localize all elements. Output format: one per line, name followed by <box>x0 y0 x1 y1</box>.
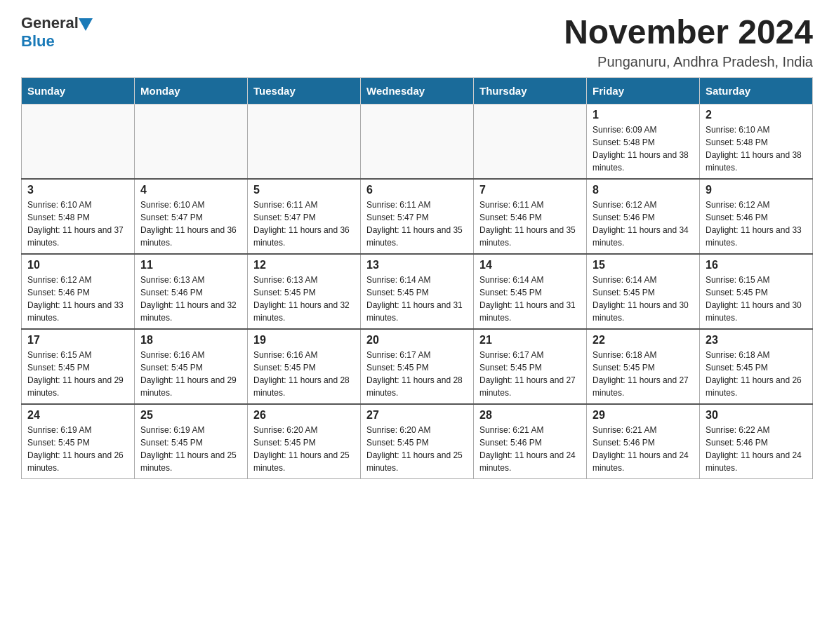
calendar-cell: 9Sunrise: 6:12 AM Sunset: 5:46 PM Daylig… <box>700 179 813 254</box>
calendar-cell: 30Sunrise: 6:22 AM Sunset: 5:46 PM Dayli… <box>700 404 813 479</box>
day-number: 3 <box>27 184 128 196</box>
day-number: 11 <box>140 259 241 271</box>
calendar-cell: 7Sunrise: 6:11 AM Sunset: 5:46 PM Daylig… <box>474 179 587 254</box>
day-info: Sunrise: 6:12 AM Sunset: 5:46 PM Dayligh… <box>593 199 694 249</box>
day-info: Sunrise: 6:14 AM Sunset: 5:45 PM Dayligh… <box>593 274 694 324</box>
day-info: Sunrise: 6:17 AM Sunset: 5:45 PM Dayligh… <box>479 349 581 399</box>
day-info: Sunrise: 6:19 AM Sunset: 5:45 PM Dayligh… <box>27 424 128 474</box>
day-info: Sunrise: 6:21 AM Sunset: 5:46 PM Dayligh… <box>479 424 581 474</box>
day-info: Sunrise: 6:18 AM Sunset: 5:45 PM Dayligh… <box>706 349 807 399</box>
calendar-cell: 1Sunrise: 6:09 AM Sunset: 5:48 PM Daylig… <box>587 104 700 179</box>
day-info: Sunrise: 6:09 AM Sunset: 5:48 PM Dayligh… <box>593 123 694 174</box>
calendar-header-wednesday: Wednesday <box>361 77 474 104</box>
day-number: 5 <box>253 184 355 196</box>
day-number: 29 <box>593 409 694 422</box>
day-number: 13 <box>366 259 468 271</box>
day-number: 10 <box>27 259 128 271</box>
calendar-cell <box>248 104 361 179</box>
day-info: Sunrise: 6:14 AM Sunset: 5:45 PM Dayligh… <box>366 274 468 324</box>
calendar-week-row: 17Sunrise: 6:15 AM Sunset: 5:45 PM Dayli… <box>22 329 813 404</box>
day-info: Sunrise: 6:11 AM Sunset: 5:47 PM Dayligh… <box>253 199 355 249</box>
day-info: Sunrise: 6:12 AM Sunset: 5:46 PM Dayligh… <box>27 274 128 324</box>
day-number: 16 <box>706 259 807 271</box>
calendar-cell <box>22 104 135 179</box>
day-number: 18 <box>140 334 241 347</box>
day-info: Sunrise: 6:22 AM Sunset: 5:46 PM Dayligh… <box>706 424 807 474</box>
logo: General Blue <box>21 14 93 51</box>
calendar-cell: 20Sunrise: 6:17 AM Sunset: 5:45 PM Dayli… <box>361 329 474 404</box>
day-info: Sunrise: 6:12 AM Sunset: 5:46 PM Dayligh… <box>706 199 807 249</box>
day-number: 12 <box>253 259 355 271</box>
day-number: 15 <box>593 259 694 271</box>
day-number: 20 <box>366 334 468 347</box>
calendar-cell: 13Sunrise: 6:14 AM Sunset: 5:45 PM Dayli… <box>361 254 474 329</box>
calendar-header-thursday: Thursday <box>474 77 587 104</box>
day-info: Sunrise: 6:17 AM Sunset: 5:45 PM Dayligh… <box>366 349 468 399</box>
calendar-week-row: 1Sunrise: 6:09 AM Sunset: 5:48 PM Daylig… <box>22 104 813 179</box>
day-info: Sunrise: 6:13 AM Sunset: 5:46 PM Dayligh… <box>140 274 241 324</box>
day-info: Sunrise: 6:20 AM Sunset: 5:45 PM Dayligh… <box>253 424 355 474</box>
day-number: 22 <box>593 334 694 347</box>
calendar-cell: 23Sunrise: 6:18 AM Sunset: 5:45 PM Dayli… <box>700 329 813 404</box>
day-number: 24 <box>27 409 128 422</box>
calendar-cell: 11Sunrise: 6:13 AM Sunset: 5:46 PM Dayli… <box>135 254 248 329</box>
calendar-cell: 3Sunrise: 6:10 AM Sunset: 5:48 PM Daylig… <box>22 179 135 254</box>
calendar-header-row: SundayMondayTuesdayWednesdayThursdayFrid… <box>22 77 813 104</box>
day-number: 25 <box>140 409 241 422</box>
calendar-cell: 21Sunrise: 6:17 AM Sunset: 5:45 PM Dayli… <box>474 329 587 404</box>
day-number: 7 <box>479 184 581 196</box>
day-number: 14 <box>479 259 581 271</box>
day-number: 4 <box>140 184 241 196</box>
day-info: Sunrise: 6:13 AM Sunset: 5:45 PM Dayligh… <box>253 274 355 324</box>
calendar-cell: 5Sunrise: 6:11 AM Sunset: 5:47 PM Daylig… <box>248 179 361 254</box>
calendar-header-sunday: Sunday <box>22 77 135 104</box>
calendar-week-row: 10Sunrise: 6:12 AM Sunset: 5:46 PM Dayli… <box>22 254 813 329</box>
day-number: 6 <box>366 184 468 196</box>
calendar-cell <box>361 104 474 179</box>
calendar-cell: 28Sunrise: 6:21 AM Sunset: 5:46 PM Dayli… <box>474 404 587 479</box>
calendar-header-saturday: Saturday <box>700 77 813 104</box>
day-info: Sunrise: 6:10 AM Sunset: 5:48 PM Dayligh… <box>706 123 807 174</box>
calendar-week-row: 3Sunrise: 6:10 AM Sunset: 5:48 PM Daylig… <box>22 179 813 254</box>
calendar-header-monday: Monday <box>135 77 248 104</box>
location-title: Punganuru, Andhra Pradesh, India <box>564 54 813 70</box>
logo-triangle-icon <box>79 18 93 31</box>
calendar-header-tuesday: Tuesday <box>248 77 361 104</box>
calendar-cell: 12Sunrise: 6:13 AM Sunset: 5:45 PM Dayli… <box>248 254 361 329</box>
day-number: 9 <box>706 184 807 196</box>
day-number: 23 <box>706 334 807 347</box>
day-number: 17 <box>27 334 128 347</box>
calendar-cell: 4Sunrise: 6:10 AM Sunset: 5:47 PM Daylig… <box>135 179 248 254</box>
day-info: Sunrise: 6:19 AM Sunset: 5:45 PM Dayligh… <box>140 424 241 474</box>
calendar-cell: 19Sunrise: 6:16 AM Sunset: 5:45 PM Dayli… <box>248 329 361 404</box>
day-number: 26 <box>253 409 355 422</box>
calendar-cell: 2Sunrise: 6:10 AM Sunset: 5:48 PM Daylig… <box>700 104 813 179</box>
day-number: 30 <box>706 409 807 422</box>
day-info: Sunrise: 6:15 AM Sunset: 5:45 PM Dayligh… <box>27 349 128 399</box>
logo-general-text: General <box>21 14 79 32</box>
calendar-cell: 26Sunrise: 6:20 AM Sunset: 5:45 PM Dayli… <box>248 404 361 479</box>
calendar-cell: 22Sunrise: 6:18 AM Sunset: 5:45 PM Dayli… <box>587 329 700 404</box>
day-number: 1 <box>593 109 694 121</box>
calendar-cell: 25Sunrise: 6:19 AM Sunset: 5:45 PM Dayli… <box>135 404 248 479</box>
day-number: 27 <box>366 409 468 422</box>
title-area: November 2024 Punganuru, Andhra Pradesh,… <box>564 14 813 70</box>
day-info: Sunrise: 6:16 AM Sunset: 5:45 PM Dayligh… <box>253 349 355 399</box>
calendar-week-row: 24Sunrise: 6:19 AM Sunset: 5:45 PM Dayli… <box>22 404 813 479</box>
calendar-header-friday: Friday <box>587 77 700 104</box>
day-info: Sunrise: 6:10 AM Sunset: 5:48 PM Dayligh… <box>27 199 128 249</box>
day-number: 28 <box>479 409 581 422</box>
day-info: Sunrise: 6:11 AM Sunset: 5:47 PM Dayligh… <box>366 199 468 249</box>
day-info: Sunrise: 6:20 AM Sunset: 5:45 PM Dayligh… <box>366 424 468 474</box>
day-info: Sunrise: 6:18 AM Sunset: 5:45 PM Dayligh… <box>593 349 694 399</box>
calendar-cell: 29Sunrise: 6:21 AM Sunset: 5:46 PM Dayli… <box>587 404 700 479</box>
day-number: 19 <box>253 334 355 347</box>
calendar-cell: 18Sunrise: 6:16 AM Sunset: 5:45 PM Dayli… <box>135 329 248 404</box>
calendar-cell: 8Sunrise: 6:12 AM Sunset: 5:46 PM Daylig… <box>587 179 700 254</box>
calendar-cell: 17Sunrise: 6:15 AM Sunset: 5:45 PM Dayli… <box>22 329 135 404</box>
header: General Blue November 2024 Punganuru, An… <box>21 14 813 70</box>
logo-blue-text: Blue <box>21 32 93 51</box>
calendar-cell: 27Sunrise: 6:20 AM Sunset: 5:45 PM Dayli… <box>361 404 474 479</box>
calendar-cell <box>474 104 587 179</box>
calendar-cell: 24Sunrise: 6:19 AM Sunset: 5:45 PM Dayli… <box>22 404 135 479</box>
